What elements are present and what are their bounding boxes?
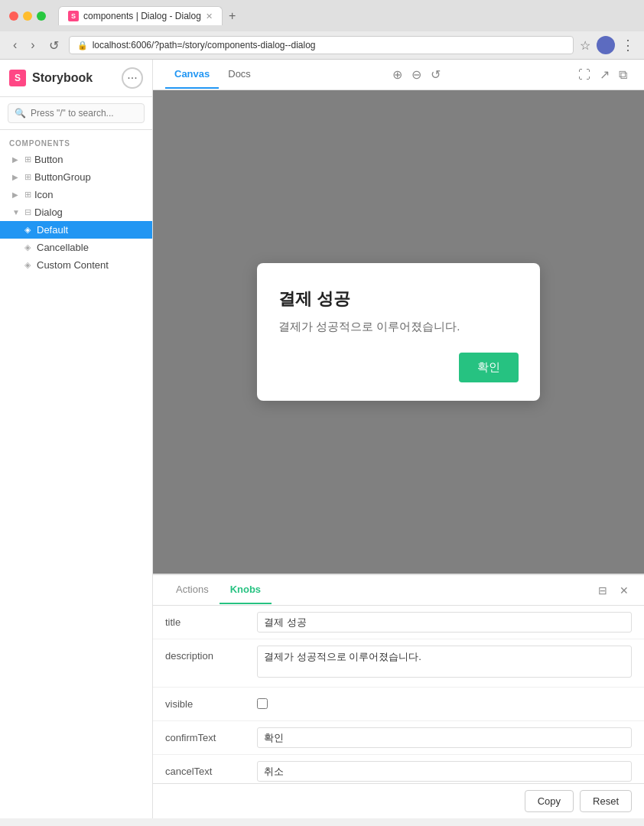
knob-checkbox-visible[interactable]: [257, 698, 268, 709]
search-input-wrap[interactable]: 🔍: [8, 103, 145, 123]
fullscreen-button[interactable]: ⛶: [574, 65, 595, 85]
copy-button[interactable]: Copy: [525, 790, 574, 812]
sidebar-item-dialog[interactable]: ▼ ⊟ Dialog: [0, 203, 152, 221]
profile-button[interactable]: [597, 36, 615, 54]
chevron-right-icon: ▶: [12, 190, 21, 199]
knob-label-description: description: [165, 646, 257, 662]
knob-row-title: title: [153, 606, 644, 639]
reset-button[interactable]: Reset: [580, 790, 632, 812]
preview-canvas: 결제 성공 결제가 성공적으로 이루어졌습니다. 확인: [153, 90, 644, 574]
tab-canvas[interactable]: Canvas: [165, 60, 219, 89]
maximize-button[interactable]: [37, 11, 46, 21]
sidebar-item-button[interactable]: ▶ ⊞ Button: [0, 151, 152, 168]
close-panel-button[interactable]: ✕: [616, 581, 632, 600]
canvas-toolbar: Canvas Docs ⊕ ⊖ ↺ ⛶ ↗ ⧉: [153, 60, 644, 90]
browser-tabs: S components | Dialog - Dialog ✕ +: [58, 6, 635, 25]
bottom-panel-icons: ⊟ ✕: [595, 581, 632, 600]
sidebar-item-buttongroup-label: ButtonGroup: [34, 171, 91, 183]
sidebar-item-custom-content-label: Custom Content: [37, 259, 109, 271]
back-button[interactable]: ‹: [9, 37, 21, 54]
sidebar-item-default[interactable]: ◈ Default: [0, 221, 152, 239]
folder-icon: ⊞: [24, 172, 31, 182]
reload-button[interactable]: ↺: [45, 37, 63, 54]
folder-icon: ⊞: [24, 154, 31, 164]
minimize-button[interactable]: [23, 11, 32, 21]
open-new-button[interactable]: ↗: [595, 64, 614, 85]
story-icon: ◈: [24, 242, 34, 252]
address-bar-row: ‹ › ↺ 🔒 localhost:6006/?path=/story/comp…: [0, 31, 644, 59]
sidebar-item-dialog-label: Dialog: [34, 206, 63, 218]
active-tab[interactable]: S components | Dialog - Dialog ✕: [58, 6, 223, 25]
story-icon: ◈: [24, 260, 34, 270]
knob-value-canceltext: [257, 761, 632, 782]
knob-value-title: [257, 612, 632, 633]
bottom-tabs: Actions Knobs ⊟ ✕: [153, 575, 644, 606]
knob-label-confirmtext: confirmText: [165, 727, 257, 743]
sidebar-tree: COMPONENTS ▶ ⊞ Button ▶ ⊞ ButtonGroup ▶ …: [0, 130, 152, 818]
components-section-label: COMPONENTS: [0, 136, 152, 151]
sidebar-item-icon[interactable]: ▶ ⊞ Icon: [0, 186, 152, 203]
bookmark-button[interactable]: ☆: [580, 38, 590, 53]
close-button[interactable]: [9, 11, 18, 21]
knob-row-description: description 결제가 성공적으로 이루어졌습니다.: [153, 639, 644, 688]
sidebar-item-buttongroup[interactable]: ▶ ⊞ ButtonGroup: [0, 168, 152, 186]
tab-actions[interactable]: Actions: [165, 576, 220, 604]
resize-panel-button[interactable]: ⊟: [595, 581, 610, 600]
sidebar-item-icon-label: Icon: [34, 189, 54, 200]
tab-close-icon[interactable]: ✕: [206, 11, 213, 21]
sidebar-search-area: 🔍: [0, 97, 152, 130]
app-layout: S Storybook ··· 🔍 COMPONENTS ▶ ⊞ Button …: [0, 60, 644, 818]
tab-title: components | Dialog - Dialog: [83, 11, 201, 21]
lock-icon: 🔒: [77, 41, 88, 50]
url-text: localhost:6006/?path=/story/components-d…: [93, 40, 316, 50]
knob-label-visible: visible: [165, 694, 257, 710]
zoom-in-button[interactable]: ⊕: [388, 64, 407, 85]
knob-value-confirmtext: [257, 727, 632, 748]
knob-input-confirmtext[interactable]: [257, 727, 632, 748]
chevron-right-icon: ▶: [12, 173, 21, 181]
browser-chrome: S components | Dialog - Dialog ✕ + ‹ › ↺…: [0, 0, 644, 60]
new-tab-button[interactable]: +: [229, 9, 236, 23]
forward-button[interactable]: ›: [27, 37, 38, 54]
confirm-button[interactable]: 확인: [459, 353, 519, 382]
knob-value-visible: [257, 694, 632, 712]
knobs-table: title description 결제가 성공적으로 이루어졌습니다. vis…: [153, 606, 644, 783]
folder-icon: ⊞: [24, 190, 31, 200]
search-input[interactable]: [31, 108, 145, 119]
zoom-out-button[interactable]: ⊖: [407, 64, 426, 85]
browser-menu-button[interactable]: ⋮: [621, 37, 635, 54]
storybook-title: Storybook: [32, 71, 115, 85]
dialog-box: 결제 성공 결제가 성공적으로 이루어졌습니다. 확인: [257, 263, 540, 401]
tab-favicon: S: [68, 11, 79, 21]
sidebar-item-custom-content[interactable]: ◈ Custom Content: [0, 256, 152, 274]
reset-zoom-button[interactable]: ↺: [426, 64, 445, 85]
sidebar-item-default-label: Default: [37, 224, 68, 236]
address-bar[interactable]: 🔒 localhost:6006/?path=/story/components…: [69, 36, 574, 54]
storybook-logo: S: [9, 70, 26, 86]
knob-value-description: 결제가 성공적으로 이루어졌습니다.: [257, 646, 632, 681]
dialog-description: 결제가 성공적으로 이루어졌습니다.: [278, 320, 519, 334]
sidebar-item-cancellable[interactable]: ◈ Cancellable: [0, 239, 152, 256]
titlebar: S components | Dialog - Dialog ✕ +: [0, 0, 644, 31]
bottom-panel: Actions Knobs ⊟ ✕ title descri: [153, 574, 644, 818]
knob-input-description[interactable]: 결제가 성공적으로 이루어졌습니다.: [257, 646, 632, 678]
dialog-title: 결제 성공: [278, 288, 519, 311]
sidebar-item-button-label: Button: [34, 154, 63, 165]
tab-knobs[interactable]: Knobs: [220, 576, 272, 604]
content-area: Canvas Docs ⊕ ⊖ ↺ ⛶ ↗ ⧉ 결제 성공 결제가 성공적으로 …: [153, 60, 644, 818]
search-icon: 🔍: [15, 108, 26, 119]
knob-row-confirmtext: confirmText: [153, 721, 644, 755]
tab-docs[interactable]: Docs: [219, 60, 260, 89]
sidebar-more-button[interactable]: ···: [122, 67, 143, 89]
knob-input-title[interactable]: [257, 612, 632, 633]
knob-row-canceltext: cancelText: [153, 755, 644, 783]
chevron-right-icon: ▶: [12, 155, 21, 164]
dialog-actions: 확인: [278, 353, 519, 382]
knob-label-title: title: [165, 612, 257, 628]
sidebar: S Storybook ··· 🔍 COMPONENTS ▶ ⊞ Button …: [0, 60, 153, 818]
story-icon: ◈: [24, 225, 34, 235]
chevron-down-icon: ▼: [12, 208, 21, 216]
knob-input-canceltext[interactable]: [257, 761, 632, 782]
traffic-lights: [9, 11, 46, 21]
copy-link-button[interactable]: ⧉: [614, 65, 632, 85]
